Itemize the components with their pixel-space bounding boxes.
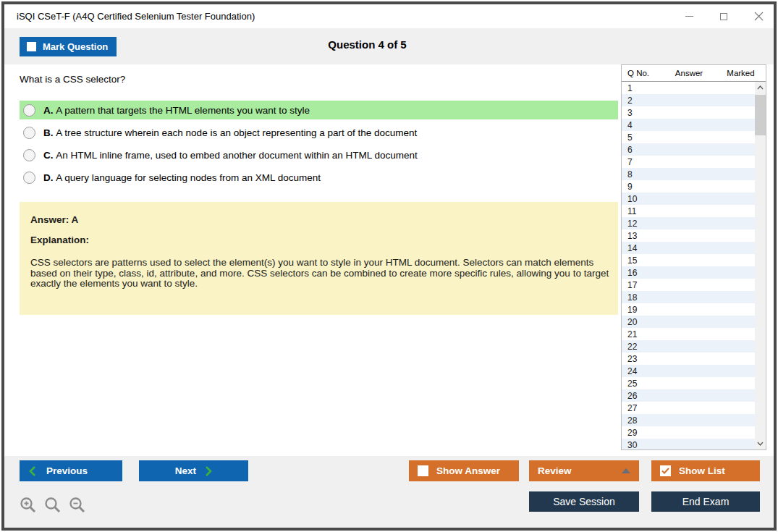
question-list-scrollbar[interactable] [755,82,766,449]
option-row-a[interactable]: A. A pattern that targets the HTML eleme… [20,101,618,119]
radio-button[interactable] [23,149,35,161]
show-answer-checkbox[interactable] [418,465,428,476]
qlist-row[interactable]: 20 [622,316,755,328]
radio-button[interactable] [23,104,35,117]
qlist-row[interactable]: 11 [622,205,755,217]
end-exam-button[interactable]: End Exam [651,491,760,512]
qlist-cell-qno: 20 [622,317,662,327]
end-exam-label: End Exam [682,496,730,507]
qlist-row[interactable]: 5 [622,131,755,143]
qlist-row[interactable]: 25 [622,377,755,389]
option-row-c[interactable]: C. An HTML inline frame, used to embed a… [20,145,618,164]
qlist-row[interactable]: 3 [622,106,755,119]
zoom-icon[interactable] [44,497,62,515]
qlist-cell-qno: 23 [622,354,662,364]
radio-button[interactable] [23,127,35,139]
radio-button[interactable] [23,172,35,184]
qlist-row[interactable]: 21 [622,328,755,340]
qlist-cell-qno: 17 [622,280,662,290]
qlist-row[interactable]: 6 [622,143,755,156]
qlist-cell-qno: 12 [622,219,662,229]
question-list-header: Q No. Answer Marked [622,65,766,82]
qlist-cell-qno: 8 [622,169,662,180]
qlist-cell-qno: 10 [622,194,662,204]
qlist-cell-qno: 26 [622,391,662,401]
qlist-cell-qno: 21 [622,329,662,339]
previous-label: Previous [46,465,88,476]
qlist-row[interactable]: 16 [622,266,755,279]
qlist-cell-qno: 7 [622,157,662,167]
qlist-cell-qno: 24 [622,366,662,376]
minimize-icon[interactable] [684,12,694,22]
question-text: What is a CSS selector? [20,74,125,85]
show-answer-label: Show Answer [436,465,500,476]
qlist-row[interactable]: 4 [622,119,755,131]
show-list-checkbox[interactable] [660,465,671,476]
header-answer: Answer [662,69,716,77]
qlist-cell-qno: 13 [622,231,662,241]
qlist-row[interactable]: 2 [622,94,755,106]
option-row-d[interactable]: D. A query language for selecting nodes … [20,168,618,187]
qlist-cell-qno: 28 [622,415,662,426]
qlist-row[interactable]: 12 [622,217,755,229]
qlist-cell-qno: 9 [622,182,662,192]
qlist-row[interactable]: 10 [622,193,755,205]
save-session-button[interactable]: Save Session [529,491,639,512]
qlist-cell-qno: 27 [622,403,662,413]
qlist-cell-qno: 30 [622,440,662,450]
qlist-cell-qno: 5 [622,132,662,143]
review-dropdown-button[interactable]: Review [529,460,639,481]
next-button[interactable]: Next [139,460,248,481]
scroll-down-icon[interactable] [755,438,766,449]
qlist-cell-qno: 15 [622,256,662,266]
answer-explanation-box: Answer: A Explanation: CSS selectors are… [20,202,618,315]
qlist-row[interactable]: 19 [622,303,755,316]
previous-button[interactable]: Previous [20,460,122,481]
qlist-cell-qno: 1 [622,83,662,93]
close-icon[interactable] [753,12,764,22]
qlist-row[interactable]: 1 [622,82,755,94]
window-controls [684,4,764,28]
qlist-cell-qno: 29 [622,428,662,438]
qlist-row[interactable]: 28 [622,414,755,426]
triangle-up-icon [622,468,630,473]
main-content: What is a CSS selector? A. A pattern tha… [4,64,774,456]
option-label: A. A pattern that targets the HTML eleme… [43,105,310,116]
qlist-row[interactable]: 22 [622,340,755,352]
qlist-cell-qno: 18 [622,292,662,303]
qlist-row[interactable]: 23 [622,352,755,365]
qlist-row[interactable]: 15 [622,254,755,266]
footer-bar: Previous Next Show Answer Review Show Li… [4,456,774,528]
qlist-cell-qno: 22 [622,342,662,352]
scrollbar-thumb[interactable] [755,95,766,135]
qlist-cell-qno: 4 [622,120,662,130]
qlist-row[interactable]: 9 [622,180,755,193]
window-title: iSQI CSeT-F (A4Q Certified Selenium Test… [17,11,255,22]
qlist-cell-qno: 11 [622,206,662,216]
qlist-row[interactable]: 24 [622,365,755,377]
qlist-row[interactable]: 14 [622,242,755,254]
qlist-row[interactable]: 7 [622,156,755,168]
maximize-icon[interactable] [719,12,729,22]
question-list-body: 1234567891011121314151617181920212223242… [622,82,755,449]
header-marked: Marked [716,69,766,77]
qlist-row[interactable]: 18 [622,291,755,303]
qlist-row[interactable]: 13 [622,229,755,242]
zoom-in-icon[interactable] [20,497,38,515]
answer-label: Answer: A [30,214,607,225]
qlist-row[interactable]: 8 [622,168,755,180]
show-list-button[interactable]: Show List [651,460,760,481]
qlist-cell-qno: 19 [622,305,662,315]
qlist-row[interactable]: 27 [622,402,755,414]
option-row-b[interactable]: B. A tree structure wherein each node is… [20,123,618,142]
qlist-row[interactable]: 17 [622,279,755,291]
show-answer-button[interactable]: Show Answer [409,460,519,481]
scroll-up-icon[interactable] [755,82,766,93]
qlist-row[interactable]: 26 [622,389,755,402]
next-label: Next [175,465,196,476]
header-qno: Q No. [622,69,662,77]
qlist-row[interactable]: 29 [622,426,755,439]
chevron-right-icon [206,466,212,476]
qlist-row[interactable]: 30 [622,439,755,449]
zoom-out-icon[interactable] [69,497,87,515]
